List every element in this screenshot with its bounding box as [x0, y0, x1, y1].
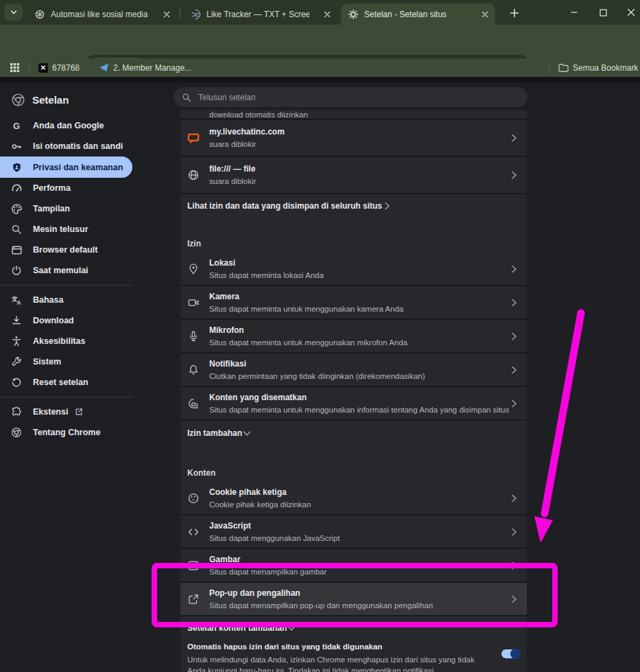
sidebar-item-privasi-dan-keamanan[interactable]: Privasi dan keamanan	[0, 157, 132, 178]
maximize-icon	[600, 9, 607, 16]
sidebar-item-sistem[interactable]: Sistem	[0, 351, 165, 372]
row-konten-disematkan[interactable]: Konten yang disematkan Situs dapat memin…	[180, 387, 527, 419]
settings-search[interactable]	[174, 87, 528, 107]
tab-title: Automasi like sosial media	[51, 10, 147, 19]
shield-icon	[10, 161, 23, 174]
flower-favicon	[34, 9, 45, 20]
row-title: Konten yang disematkan	[209, 393, 527, 403]
sidebar-item-anda-dan-google[interactable]: G Anda dan Google	[0, 115, 165, 136]
row-cookie[interactable]: Cookie pihak ketiga Cookie pihak ketiga …	[180, 482, 527, 514]
site-row-livechat[interactable]: my.livechatinc.com suara diblokir	[180, 120, 527, 156]
sidebar-item-saat-memulai[interactable]: Saat memulai	[0, 260, 165, 281]
close-icon[interactable]	[163, 11, 170, 18]
browser-toolbar: Chrome chrome://settings/content	[0, 25, 640, 58]
x-logo-favicon: ✕	[38, 63, 48, 73]
row-title: JavaScript	[209, 521, 527, 531]
section-header-konten: Konten	[180, 445, 527, 482]
row-subtitle: Situs dapat menampilkan pop-up dan mengg…	[209, 601, 527, 610]
sidebar-item-download[interactable]: Download	[0, 310, 165, 331]
row-title: Lihat izin dan data yang disimpan di sel…	[187, 201, 382, 211]
globe-favicon	[190, 9, 201, 20]
translate-icon: A	[10, 293, 23, 307]
sidebar-item-tentang-chrome[interactable]: Tentang Chrome	[0, 422, 165, 443]
sidebar-label: Isi otomatis dan sandi	[33, 141, 123, 151]
chevron-right-icon	[509, 494, 519, 503]
sidebar-item-aksesibilitas[interactable]: Aksesibilitas	[0, 331, 165, 351]
tab-title: Like Tracker — TXT + Screensh	[206, 10, 309, 19]
sidebar-label: Tampilan	[33, 204, 70, 213]
gauge-icon	[10, 181, 23, 195]
partial-row-download-otomatis[interactable]: download otomatis diizinkan	[180, 110, 527, 119]
sidebar-divider	[0, 397, 133, 397]
close-icon[interactable]	[324, 11, 331, 18]
minimize-button[interactable]	[564, 3, 584, 21]
row-lokasi[interactable]: Lokasi Situs dapat meminta lokasi Anda	[180, 253, 527, 285]
sidebar-item-browser-default[interactable]: Browser default	[0, 240, 165, 260]
row-javascript[interactable]: JavaScript Situs dapat menggunakan JavaS…	[180, 515, 527, 548]
svg-text:G: G	[13, 121, 20, 131]
code-icon	[187, 526, 200, 538]
site-row-file[interactable]: file:/// — file suara diblokir	[180, 157, 527, 193]
row-izin-tambahan[interactable]: Izin tambahan	[180, 421, 527, 445]
popup-icon	[187, 593, 200, 605]
row-subtitle: download otomatis diizinkan	[209, 110, 527, 119]
chevron-right-icon	[382, 201, 392, 211]
row-title: Gambar	[209, 555, 527, 565]
row-title: Pop-up dan pengalihan	[209, 588, 527, 599]
wrench-icon	[10, 355, 23, 369]
view-all-sites-row[interactable]: Lihat izin dan data yang disimpan di sel…	[180, 194, 527, 217]
tab-search-button[interactable]	[4, 4, 23, 21]
tab-like-tracker[interactable]: Like Tracker — TXT + Screensh	[183, 3, 337, 25]
sidebar-item-ekstensi[interactable]: Ekstensi	[0, 402, 165, 422]
chevron-down-icon	[10, 8, 18, 16]
row-title: Mikrofon	[209, 325, 527, 336]
globe-icon	[187, 169, 200, 181]
minimize-icon	[570, 8, 578, 16]
settings-header: Setelan	[0, 77, 640, 110]
page-title: Setelan	[32, 94, 69, 106]
row-title: my.livechatinc.com	[209, 127, 527, 137]
search-input[interactable]	[197, 92, 488, 103]
row-subtitle: suara diblokir	[209, 176, 527, 186]
sidebar-item-mesin-telusur[interactable]: Mesin telusur	[0, 219, 165, 240]
chevron-right-icon	[509, 594, 519, 604]
row-subtitle: suara diblokir	[209, 139, 527, 149]
tab-separator	[180, 8, 180, 18]
sidebar-label: Mesin telusur	[33, 224, 88, 234]
close-window-button[interactable]	[621, 3, 640, 21]
row-subtitle: Situs dapat meminta lokasi Anda	[209, 270, 527, 280]
browser-icon	[10, 243, 23, 257]
all-bookmarks-button[interactable]: Semua Bookmark	[558, 58, 638, 77]
sidebar-item-bahasa[interactable]: A Bahasa	[0, 290, 165, 310]
close-icon[interactable]	[482, 11, 488, 18]
apps-grid-icon[interactable]	[10, 62, 20, 73]
new-tab-button[interactable]	[506, 5, 523, 21]
auto-revoke-toggle[interactable]	[501, 649, 520, 658]
chevron-right-icon	[509, 527, 519, 537]
row-subtitle: Situs dapat meminta untuk menggunakan mi…	[209, 338, 527, 347]
sidebar-label: Performa	[33, 183, 71, 193]
row-title: Izin tambahan	[187, 428, 242, 438]
chevron-right-icon	[509, 264, 519, 274]
reset-icon	[10, 375, 23, 389]
row-notifikasi[interactable]: Notifikasi Ciutkan permintaan yang tidak…	[180, 354, 527, 386]
bookmark-678768[interactable]: ✕ 678768	[38, 58, 80, 77]
row-title: Lokasi	[209, 258, 527, 268]
bookmark-member-manage[interactable]: 2. Member Manage...	[99, 58, 191, 77]
row-mikrofon[interactable]: Mikrofon Situs dapat meminta untuk mengg…	[180, 320, 527, 352]
row-kamera[interactable]: Kamera Situs dapat meminta untuk menggun…	[180, 286, 527, 318]
sidebar-item-tampilan[interactable]: Tampilan	[0, 198, 165, 219]
sidebar-item-performa[interactable]: Performa	[0, 178, 165, 198]
sidebar-item-reset-setelan[interactable]: Reset setelan	[0, 372, 165, 393]
tab-setelan-active[interactable]: Setelan - Setelan situs	[341, 3, 495, 25]
sidebar-label: Browser default	[33, 245, 97, 255]
row-setelan-konten-tambahan[interactable]: Setelan konten tambahan	[180, 616, 527, 640]
accessibility-icon	[10, 334, 23, 348]
row-popup-dan-pengalihan[interactable]: Pop-up dan pengalihan Situs dapat menamp…	[180, 583, 527, 615]
maximize-button[interactable]	[593, 3, 613, 21]
row-subtitle: Ciutkan permintaan yang tidak diinginkan…	[209, 371, 527, 381]
row-gambar[interactable]: Gambar Situs dapat menampilkan gambar	[180, 549, 527, 581]
bookmarks-divider	[549, 62, 549, 73]
sidebar-item-isi-otomatis[interactable]: Isi otomatis dan sandi	[0, 136, 165, 157]
tab-automasi[interactable]: Automasi like sosial media	[27, 3, 177, 25]
